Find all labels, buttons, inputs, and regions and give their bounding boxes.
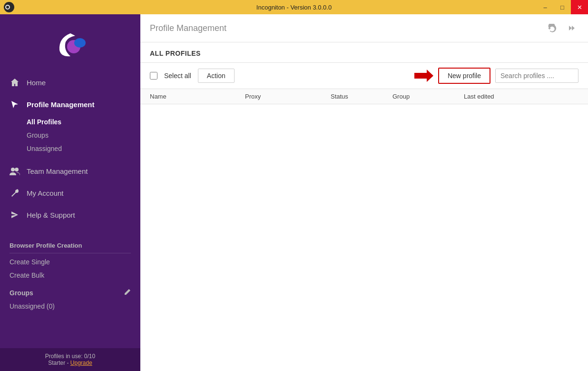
sidebar-item-home[interactable]: Home xyxy=(0,71,140,93)
sidebar-item-profile-management[interactable]: Profile Management xyxy=(0,93,140,115)
browser-section-title: Browser Profile Creation xyxy=(0,233,140,251)
profiles-section: ALL PROFILES xyxy=(140,42,588,63)
sidebar-item-help-support[interactable]: Help & Support xyxy=(0,204,140,226)
sidebar-item-groups[interactable]: Groups xyxy=(27,129,140,142)
title-bar-text: Incogniton - Version 3.0.0.0 xyxy=(256,4,332,11)
app-body: Home Profile Management All Profiles Gro… xyxy=(0,14,588,371)
team-icon xyxy=(10,166,20,176)
groups-edit-icon[interactable] xyxy=(124,289,131,297)
close-button[interactable]: ✕ xyxy=(571,0,588,14)
svg-point-5 xyxy=(11,168,15,171)
col-proxy: Proxy xyxy=(245,93,331,100)
upgrade-link[interactable]: Upgrade xyxy=(70,360,92,366)
svg-point-6 xyxy=(15,168,19,171)
main-header: Profile Management xyxy=(140,14,588,42)
svg-point-4 xyxy=(74,38,86,48)
home-icon xyxy=(10,77,20,88)
col-name: Name xyxy=(150,93,245,100)
col-group: Group xyxy=(392,93,464,100)
all-profiles-label: ALL PROFILES xyxy=(150,50,201,57)
maximize-button[interactable]: □ xyxy=(554,0,571,14)
col-status: Status xyxy=(331,93,392,100)
sidebar-footer: Profiles in use: 0/10 Starter - Upgrade xyxy=(0,348,140,371)
sidebar-item-unassigned-count[interactable]: Unassigned (0) xyxy=(0,300,140,313)
cursor-icon xyxy=(10,99,20,110)
wrench-icon xyxy=(10,188,20,198)
svg-point-2 xyxy=(6,6,9,9)
arrow-indicator: New profile xyxy=(414,68,578,84)
sidebar-logo xyxy=(0,14,140,71)
select-all-label[interactable]: Select all xyxy=(164,72,191,80)
divider-browser xyxy=(10,253,131,253)
sidebar-link-create-single[interactable]: Create Single xyxy=(0,255,140,269)
separator: - xyxy=(67,360,70,366)
window-controls: – □ ✕ xyxy=(537,0,588,14)
my-account-label: My Account xyxy=(27,189,64,197)
groups-title: Groups xyxy=(10,289,33,297)
sidebar-item-team-management[interactable]: Team Management xyxy=(0,160,140,182)
sidebar-nav: Home Profile Management All Profiles Gro… xyxy=(0,71,140,348)
action-button[interactable]: Action xyxy=(198,69,235,83)
home-label: Home xyxy=(27,79,46,87)
app-logo xyxy=(4,2,14,12)
refresh-button[interactable] xyxy=(545,21,559,35)
col-last-edited: Last edited xyxy=(464,93,578,100)
team-management-label: Team Management xyxy=(27,167,88,175)
select-all-checkbox[interactable] xyxy=(150,72,157,80)
help-support-label: Help & Support xyxy=(27,211,75,219)
plan-upgrade: Starter - Upgrade xyxy=(10,360,131,366)
profiles-in-use: Profiles in use: 0/10 xyxy=(10,353,131,360)
profile-sub-nav: All Profiles Groups Unassigned xyxy=(0,115,140,155)
new-profile-button[interactable]: New profile xyxy=(438,68,490,84)
table-body xyxy=(140,104,588,371)
main-content: Profile Management ALL PROFILES xyxy=(140,14,588,371)
toolbar: Select all Action New profile xyxy=(140,63,588,89)
sidebar-item-unassigned[interactable]: Unassigned xyxy=(27,142,140,155)
arrow-right-icon xyxy=(414,70,433,82)
sidebar-item-my-account[interactable]: My Account xyxy=(0,182,140,204)
minimize-button[interactable]: – xyxy=(537,0,554,14)
page-title: Profile Management xyxy=(150,23,226,33)
sidebar-link-create-bulk[interactable]: Create Bulk xyxy=(0,269,140,282)
table-header: Name Proxy Status Group Last edited xyxy=(140,89,588,104)
sidebar: Home Profile Management All Profiles Gro… xyxy=(0,14,140,371)
search-input[interactable] xyxy=(495,69,578,83)
title-bar: Incogniton - Version 3.0.0.0 – □ ✕ xyxy=(0,0,588,14)
sidebar-item-all-profiles[interactable]: All Profiles xyxy=(27,115,140,129)
profile-management-label: Profile Management xyxy=(27,100,95,109)
plan-label: Starter xyxy=(48,360,65,366)
groups-header: Groups xyxy=(0,282,140,300)
header-icons xyxy=(545,21,578,35)
send-icon xyxy=(10,210,20,220)
forward-button[interactable] xyxy=(564,21,578,35)
